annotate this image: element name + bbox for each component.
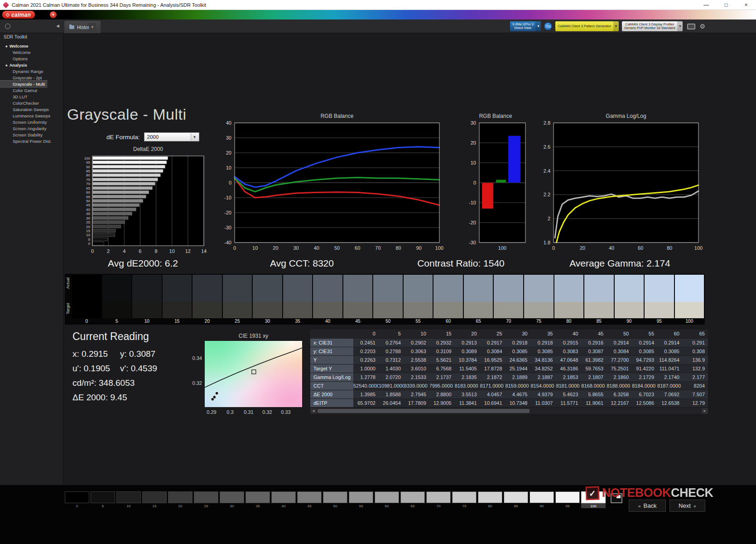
table-cell: 2.177 <box>683 373 708 381</box>
chart-title: Gamma Log/Log <box>554 113 698 119</box>
session-icon[interactable] <box>5 24 10 29</box>
display-icon[interactable] <box>687 24 695 29</box>
pattern-patch-40[interactable]: 40 <box>271 491 296 508</box>
scrollbar-thumb[interactable] <box>318 409 530 413</box>
next-button[interactable]: Next » <box>669 500 705 512</box>
grayscale-swatch-55: 55 <box>404 275 433 325</box>
chevron-down-icon[interactable]: ▼ <box>613 21 619 31</box>
table-cell: 2.7945 <box>404 390 429 398</box>
gear-icon[interactable]: ⚙ <box>699 23 705 29</box>
table-cell: 77.2700 <box>607 355 632 364</box>
table-cell: 6.7023 <box>632 390 657 398</box>
table-col-header: 35 <box>530 330 556 338</box>
close-button[interactable]: × <box>736 0 756 10</box>
swatch-label: 65 <box>464 318 493 324</box>
sidebar-item-3d-lut[interactable]: 3D LUT <box>0 93 63 100</box>
pattern-patch-50[interactable]: 50 <box>323 491 347 508</box>
logo-menu-button[interactable]: ▼ <box>50 11 57 18</box>
minimize-button[interactable]: — <box>696 0 716 10</box>
calman-logo[interactable]: calman <box>2 11 35 19</box>
table-col-header: 0 <box>353 330 379 338</box>
scroll-left-icon[interactable]: ◄ <box>310 408 317 414</box>
swatch-label: 80 <box>554 318 584 324</box>
svg-text:2.2: 2.2 <box>544 192 550 197</box>
sidebar-item-screen-stability[interactable]: Screen Stability <box>0 131 63 138</box>
stat-average-gamma: Average Gamma: 2.174 <box>540 258 699 269</box>
sidebar-item-screen-uniformity[interactable]: Screen Uniformity <box>0 119 63 125</box>
pattern-patch-5[interactable]: 5 <box>91 491 115 508</box>
sidebar-item-grayscale-multi[interactable]: Grayscale - Multi <box>0 81 47 87</box>
pattern-patch-20[interactable]: 20 <box>168 491 193 508</box>
table-cell: 2.1533 <box>404 373 429 381</box>
pattern-patch-15[interactable]: 15 <box>142 491 167 508</box>
table-row: y: CIE310.22030.27880.30630.31090.30890.… <box>310 347 708 355</box>
pattern-patch-70[interactable]: 70 <box>426 491 451 508</box>
pattern-patch-35[interactable]: 35 <box>246 491 270 508</box>
table-cell: 0.3109 <box>429 347 455 355</box>
pattern-patch-10[interactable]: 10 <box>116 491 141 508</box>
table-cell: 17.8728 <box>480 364 506 373</box>
hw-button-0[interactable]: X-Rite i1Pro 3Direct View▼ <box>510 21 541 31</box>
table-cell: 4.0457 <box>480 390 506 398</box>
add-tab-button[interactable]: + <box>89 23 96 31</box>
maximize-button[interactable]: □ <box>716 0 736 10</box>
sidebar-item-color-gamut[interactable]: Color Gamut <box>0 87 63 93</box>
pattern-patch-90[interactable]: 90 <box>530 491 554 508</box>
sidebar-item-saturation-sweeps[interactable]: Saturation Sweeps <box>0 106 63 112</box>
chevron-down-icon[interactable]: ▼ <box>677 21 683 31</box>
collapse-sidebar-icon[interactable]: ◀ <box>56 24 59 28</box>
chart-title: DeltaE 2000 <box>92 146 204 152</box>
pattern-patch-60[interactable]: 60 <box>375 491 399 508</box>
meter-status-badge[interactable]: 718 <box>544 22 552 30</box>
table-cell: 59.7653 <box>581 364 607 373</box>
chart-gamma-loglog: Gamma Log/Log 1.822.22.42.62.80204060801… <box>534 113 704 257</box>
pattern-patch-80[interactable]: 80 <box>478 491 502 508</box>
pattern-patch-45[interactable]: 45 <box>297 491 322 508</box>
pattern-patch-85[interactable]: 85 <box>504 491 528 508</box>
pattern-patch-25[interactable]: 25 <box>194 491 218 508</box>
pattern-patch-55[interactable]: 55 <box>349 491 373 508</box>
sidebar-item-spectral-power-dist[interactable]: Spectral Power Dist. <box>0 138 63 144</box>
table-cell: 8187.0000 <box>657 381 683 390</box>
table-cell: 0.3084 <box>607 347 632 355</box>
swatch-label: 35 <box>283 318 313 324</box>
sidebar-item-luminance-sweeps[interactable]: Luminance Sweeps <box>0 112 63 119</box>
sidebar-section-header[interactable]: ◆Analysis <box>0 62 63 68</box>
table-cell: 11.0307 <box>530 398 556 407</box>
sidebar-item-welcome[interactable]: Welcome <box>0 49 63 55</box>
pattern-patch-30[interactable]: 30 <box>220 491 244 508</box>
table-cell: 2.1853 <box>556 373 581 381</box>
chevron-down-icon[interactable]: ▼ <box>191 133 198 141</box>
grayscale-swatch-45: 45 <box>343 275 373 325</box>
back-button[interactable]: « Back <box>629 500 666 512</box>
sidebar-item-screen-angularity[interactable]: Screen Angularity <box>0 125 63 131</box>
scroll-right-icon[interactable]: ► <box>702 408 708 414</box>
pattern-patch-95[interactable]: 95 <box>555 491 580 508</box>
pattern-patch-75[interactable]: 75 <box>452 491 477 508</box>
chevron-down-icon[interactable]: ▼ <box>535 21 541 31</box>
swatch-label: 70 <box>494 318 523 324</box>
sidebar: SDR Toolkit ◆WelcomeWelcomeOptions◆Analy… <box>0 33 63 485</box>
swatch-target <box>102 302 132 318</box>
sidebar-item-options[interactable]: Options <box>0 55 63 62</box>
table-row: Target Y1.00001.40303.60106.756811.54051… <box>310 364 708 373</box>
svg-text:-30: -30 <box>224 225 231 230</box>
sidebar-item-grayscale-2pt[interactable]: Grayscale - 2pt <box>0 74 63 81</box>
table-cell: 0.3084 <box>480 347 506 355</box>
chevron-left-icon: « <box>638 503 640 509</box>
sidebar-item-dynamic-range[interactable]: Dynamic Range <box>0 68 63 74</box>
hw-button-1[interactable]: CalMAN Client 3 Pattern Generator▼ <box>555 21 619 31</box>
sidebar-item-colorchecker[interactable]: ColorChecker <box>0 100 63 106</box>
scrollbar-track[interactable] <box>317 408 702 414</box>
main-content: Grayscale - Multi dE Formula: 2000 ▼ Del… <box>63 33 756 485</box>
window-title: Calman 2021 Calman Ultimate for Business… <box>12 2 206 8</box>
de-formula-select[interactable]: 2000 ▼ <box>144 132 199 141</box>
sidebar-tree: ◆WelcomeWelcomeOptions◆AnalysisDynamic R… <box>0 43 63 144</box>
sidebar-section-header[interactable]: ◆Welcome <box>0 43 63 49</box>
pattern-patch-0[interactable]: 0 <box>65 491 89 508</box>
swatch-target <box>464 302 493 318</box>
pattern-patch-65[interactable]: 65 <box>400 491 425 508</box>
table-cell: 11.9061 <box>581 398 607 407</box>
hw-button-2[interactable]: CalMAN Client 3 Display ProfilerGeneric … <box>622 21 683 31</box>
table-scrollbar[interactable]: ◄ ► <box>310 408 708 414</box>
